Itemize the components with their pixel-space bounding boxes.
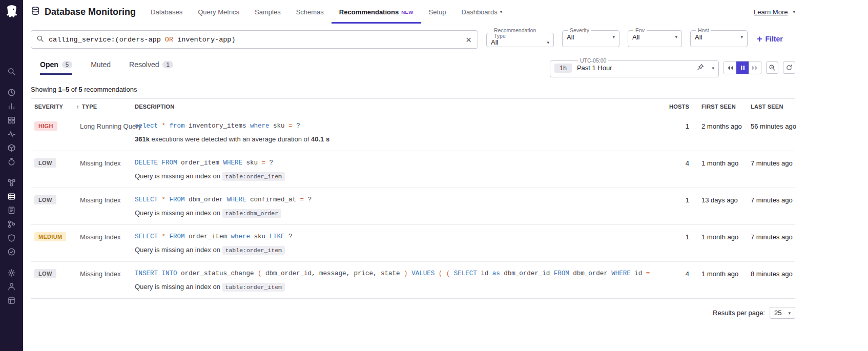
chevron-down-icon: ▾ xyxy=(740,34,743,39)
nav-tab-setup[interactable]: Setup xyxy=(421,0,454,24)
sidebar xyxy=(0,0,23,351)
new-badge: NEW xyxy=(401,9,413,15)
first-seen: 13 days ago xyxy=(694,195,743,204)
severity-badge: MEDIUM xyxy=(34,232,66,241)
nav-tab-label: Schemas xyxy=(296,8,324,16)
table-row[interactable]: LOWMissing IndexINSERT INTO order_status… xyxy=(31,262,795,298)
pin-icon[interactable] xyxy=(697,64,704,73)
table-tag[interactable]: table:order_item xyxy=(222,172,285,181)
recommendation-type: Missing Index xyxy=(76,232,133,241)
synthetics-icon[interactable] xyxy=(0,245,23,259)
tab-resolved[interactable]: Resolved1 xyxy=(129,60,173,75)
tab-count: 5 xyxy=(62,61,72,68)
time-shortcut-chip[interactable]: 1h xyxy=(554,64,572,73)
clear-search-icon[interactable]: × xyxy=(465,35,472,45)
database-icon xyxy=(31,6,40,17)
column-header-type[interactable]: ↑TYPE xyxy=(76,99,133,114)
time-range-picker[interactable]: UTC-05:00 1h Past 1 Hour ▾ xyxy=(550,58,719,77)
tab-label: Muted xyxy=(91,60,111,69)
filter-host[interactable]: HostAll▾ xyxy=(690,28,748,47)
chevron-down-icon: ▾ xyxy=(675,34,677,39)
nav-tab-samples[interactable]: Samples xyxy=(247,0,288,24)
database-monitoring-icon[interactable] xyxy=(0,190,23,203)
service-map-icon[interactable] xyxy=(0,176,23,190)
table-tag[interactable]: table:dbm_order xyxy=(222,209,282,218)
filter-severity[interactable]: SeverityAll▾ xyxy=(562,28,619,47)
hosts-count: 1 xyxy=(666,232,694,241)
tab-muted[interactable]: Muted xyxy=(91,60,111,75)
hosts-count: 4 xyxy=(666,158,694,167)
chevron-down-icon: ▾ xyxy=(793,9,795,14)
tab-open[interactable]: Open5 xyxy=(40,60,72,75)
filter-value: All xyxy=(567,33,574,41)
main-area: Database Monitoring DatabasesQuery Metri… xyxy=(23,0,868,351)
sql-query: SELECT * FROM order_item where sku LIKE … xyxy=(135,232,654,240)
column-header-description[interactable]: DESCRIPTION xyxy=(133,99,666,114)
filter-dropdowns: Recommendation TypeAll▾SeverityAll▾EnvAl… xyxy=(486,28,748,47)
chevron-down-icon: ▾ xyxy=(500,9,503,14)
recommendation-detail: Query is missing an index on table:dbm_o… xyxy=(135,209,654,217)
security-icon[interactable] xyxy=(0,231,23,245)
nav-tab-query-metrics[interactable]: Query Metrics xyxy=(190,0,247,24)
sidebar-section xyxy=(0,176,23,259)
search-icon[interactable] xyxy=(0,65,23,78)
title-wrap: Database Monitoring xyxy=(31,6,136,17)
results-per-page-label: Results per page: xyxy=(713,309,765,317)
nav-tab-label: Dashboards xyxy=(462,8,498,16)
table-tag[interactable]: table:order_item xyxy=(222,283,285,292)
table-row[interactable]: HIGHLong Running Queryselect * from inve… xyxy=(31,114,795,151)
table-row[interactable]: LOWMissing IndexSELECT * FROM dbm_order … xyxy=(31,188,795,225)
containers-icon[interactable] xyxy=(0,141,23,155)
add-filter-label: Filter xyxy=(766,35,783,43)
zoom-out-button[interactable] xyxy=(766,61,778,74)
nav-tab-label: Query Metrics xyxy=(198,8,239,16)
table-row[interactable]: LOWMissing IndexDELETE FROM order_item W… xyxy=(31,151,795,188)
organization-icon[interactable] xyxy=(0,294,23,307)
results-per-page-select[interactable]: 25 ▾ xyxy=(770,307,795,319)
ci-pipelines-icon[interactable] xyxy=(0,217,23,231)
tab-label: Open xyxy=(40,60,58,69)
logs-icon[interactable] xyxy=(0,203,23,217)
column-header-last-seen[interactable]: LAST SEEN xyxy=(743,99,795,114)
results-summary: Showing 1–5 of 5 recommendations xyxy=(31,86,795,93)
table-header: SEVERITY↑TYPEDESCRIPTIONHOSTSFIRST SEENL… xyxy=(31,99,795,114)
filter-recommendation-type[interactable]: Recommendation TypeAll▾ xyxy=(486,28,554,47)
dashboards-icon[interactable] xyxy=(0,113,23,127)
nav-tab-schemas[interactable]: Schemas xyxy=(288,0,332,24)
help-icon[interactable] xyxy=(0,280,23,294)
nav-tab-recommendations[interactable]: RecommendationsNEW xyxy=(332,0,421,24)
refresh-button[interactable] xyxy=(783,61,795,74)
nav-tab-dashboards[interactable]: Dashboards▾ xyxy=(454,0,510,24)
pause-button[interactable] xyxy=(736,61,749,74)
column-header-hosts[interactable]: HOSTS xyxy=(666,99,694,114)
sql-query: DELETE FROM order_item WHERE sku = ? xyxy=(135,158,654,167)
learn-more-link[interactable]: Learn More ▾ xyxy=(754,8,795,16)
sidebar-section xyxy=(0,65,23,78)
column-header-first-seen[interactable]: FIRST SEEN xyxy=(694,99,743,114)
skip-forward-button[interactable] xyxy=(749,61,761,74)
table-tag[interactable]: table:order_item xyxy=(222,246,285,255)
recommendation-description: SELECT * FROM dbm_order WHERE confirmed_… xyxy=(133,195,666,217)
results-per-page-value: 25 xyxy=(774,309,781,317)
infrastructure-icon[interactable] xyxy=(0,99,23,113)
add-filter-button[interactable]: + Filter xyxy=(757,34,783,44)
first-seen: 1 month ago xyxy=(694,158,743,167)
search-input[interactable]: calling_service:(orders-app OR inventory… xyxy=(31,30,478,49)
recommendation-detail: Query is missing an index on table:order… xyxy=(135,172,654,180)
last-seen: 7 minutes ago xyxy=(743,158,795,167)
settings-icon[interactable] xyxy=(0,266,23,280)
filter-label: Recommendation Type xyxy=(492,28,549,38)
nav-tab-label: Databases xyxy=(151,8,182,16)
table-row[interactable]: MEDIUMMissing IndexSELECT * FROM order_i… xyxy=(31,225,795,262)
watchdog-icon[interactable] xyxy=(0,86,23,99)
sidebar-section xyxy=(0,266,23,307)
filter-env[interactable]: EnvAll▾ xyxy=(628,28,682,47)
nav-tab-databases[interactable]: Databases xyxy=(143,0,190,24)
recommendation-type: Missing Index xyxy=(76,158,133,167)
column-header-severity[interactable]: SEVERITY xyxy=(31,99,76,114)
monitors-icon[interactable] xyxy=(0,127,23,141)
apm-icon[interactable] xyxy=(0,155,23,169)
datadog-logo[interactable] xyxy=(4,4,19,19)
skip-back-button[interactable] xyxy=(724,61,736,74)
nav-tab-label: Recommendations xyxy=(339,8,399,16)
